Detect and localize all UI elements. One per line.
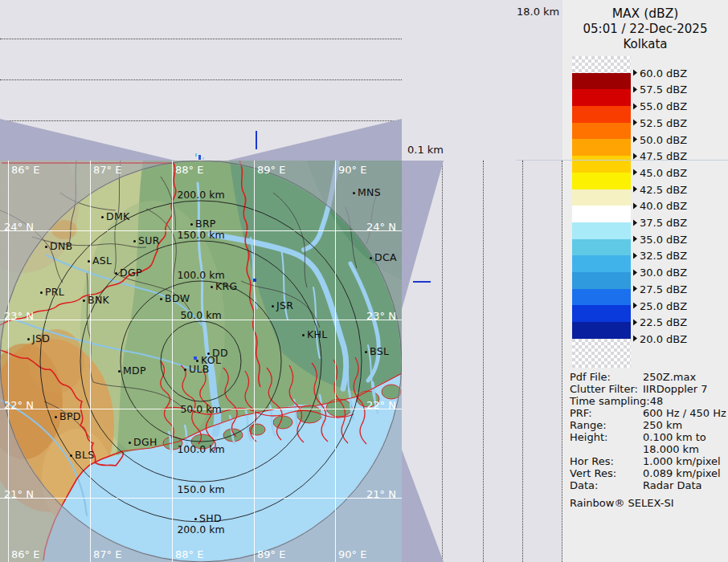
ring-label-bottom: 150.0 km (177, 483, 224, 495)
city-label-BPD: BPD (59, 410, 81, 422)
info-value: 0.089 km/pixel (643, 467, 721, 479)
city-label-SUR: SUR (138, 234, 160, 246)
legend-tick: 27.5 dBZ (633, 283, 687, 295)
ring-label-top: 50.0 km (180, 309, 221, 321)
info-label: Vert Res: (570, 467, 643, 479)
city-label-MNS: MNS (358, 186, 381, 198)
legend-band (572, 339, 631, 368)
tick-arrow-icon (633, 319, 637, 325)
city-marker-PRL (40, 291, 43, 294)
legend-tick: 42.5 dBZ (633, 183, 687, 195)
lat-gridline (0, 498, 402, 499)
legend-band (572, 106, 631, 123)
lon-label-top: 87° E (93, 164, 121, 176)
info-value: IIRDoppler 7 (643, 383, 708, 395)
lon-label-bottom: 88° E (175, 548, 203, 560)
ring-label-bottom: 100.0 km (177, 443, 224, 455)
info-value: 250 km (643, 419, 682, 431)
legend-tick: 22.5 dBZ (633, 316, 687, 328)
tick-label: 42.5 dBZ (640, 183, 687, 195)
info-row: Pdf File:250Z.max (570, 371, 727, 383)
radar-echo (252, 278, 253, 279)
radar-map[interactable]: 86° E86° E87° E87° E88° E88° E89° E89° E… (0, 161, 402, 562)
city-label-JSR: JSR (276, 299, 293, 312)
lon-label-bottom: 89° E (257, 548, 285, 560)
tick-arrow-icon (633, 120, 637, 126)
city-marker-DGP (115, 272, 117, 275)
city-marker-JSD (27, 338, 30, 340)
city-marker-BDW (160, 298, 162, 300)
ring-label-top: 200.0 km (177, 189, 224, 201)
lat-label-left: 23° N (4, 310, 34, 322)
lon-gridline (254, 161, 255, 562)
city-label-KRG: KRG (215, 280, 237, 292)
window-edge-line (516, 160, 728, 161)
top-height-projection-panel (0, 0, 402, 161)
lat-label-left: 24° N (4, 221, 34, 233)
info-label: Data: (570, 479, 643, 491)
city-marker-KOL (196, 360, 198, 362)
city-marker-DNB (45, 246, 47, 248)
radar-echo (253, 279, 256, 282)
lon-gridline (172, 161, 173, 562)
lon-label-top: 86° E (11, 164, 39, 176)
tick-arrow-icon (633, 286, 637, 292)
city-marker-DGH (129, 442, 131, 444)
legend-tick: 30.0 dBZ (633, 267, 687, 279)
lat-label-right: 23° N (366, 310, 396, 322)
city-marker-MDP (118, 370, 121, 373)
legend-tick: 25.0 dBZ (633, 299, 687, 312)
lon-label-top: 90° E (338, 164, 366, 176)
lat-label-right: 24° N (366, 221, 396, 233)
city-marker-KRG (211, 286, 213, 288)
city-label-MDP: MDP (123, 364, 146, 377)
legend-band (572, 289, 631, 306)
tick-arrow-icon (633, 336, 637, 342)
info-label (570, 443, 643, 455)
info-row: Hor Res:1.000 km/pixel (570, 455, 727, 467)
info-label: Clutter Filter: (570, 383, 643, 395)
lon-label-bottom: 87° E (93, 548, 121, 560)
tick-arrow-icon (633, 236, 637, 242)
info-label: Range: (570, 419, 643, 431)
tick-arrow-icon (633, 303, 637, 309)
info-value: 48 (650, 395, 664, 407)
tick-label: 32.5 dBZ (640, 250, 687, 262)
legend-band (572, 73, 631, 90)
city-label-BDW: BDW (165, 292, 190, 304)
legend-tick: 37.5 dBZ (633, 217, 687, 229)
city-marker-ULB (184, 369, 186, 371)
tick-arrow-icon (633, 169, 637, 176)
city-marker-SUR (133, 240, 136, 242)
tick-label: 22.5 dBZ (640, 316, 687, 328)
min-height-label: 0.1 km (407, 144, 444, 156)
city-label-DNB: DNB (50, 240, 72, 252)
ring-label-top: 100.0 km (177, 269, 224, 281)
tick-arrow-icon (633, 252, 637, 259)
tick-arrow-icon (633, 153, 637, 159)
info-label: Height: (570, 431, 643, 443)
ring-label-bottom: 200.0 km (177, 523, 224, 536)
info-label: PRF: (570, 407, 643, 419)
city-marker-JSR (272, 305, 274, 307)
legend-tick: 50.0 dBZ (633, 133, 687, 145)
product-info: Pdf File:250Z.maxClutter Filter:IIRDoppl… (570, 371, 727, 491)
city-label-DGP: DGP (120, 267, 142, 279)
legend-tick: 40.0 dBZ (633, 200, 687, 212)
legend-band (572, 89, 631, 106)
city-marker-BNK (83, 299, 85, 302)
city-marker-BRP (190, 223, 193, 226)
tick-label: 40.0 dBZ (640, 200, 687, 212)
city-label-BNK: BNK (88, 294, 109, 306)
software-brand: Rainbow® SELEX-SI (570, 497, 674, 509)
product-datetime: 05:01 / 22-Dec-2025 (562, 22, 728, 36)
legend-band (572, 255, 631, 272)
legend-band (572, 305, 631, 322)
info-value: 18.000 km (643, 443, 699, 455)
info-row: Data:Radar Data (570, 479, 727, 491)
info-label: Time sampling: (570, 395, 650, 407)
tick-label: 57.5 dBZ (640, 83, 687, 96)
radar-echo (195, 153, 197, 157)
city-label-SHD: SHD (199, 512, 222, 524)
tick-arrow-icon (633, 103, 637, 109)
